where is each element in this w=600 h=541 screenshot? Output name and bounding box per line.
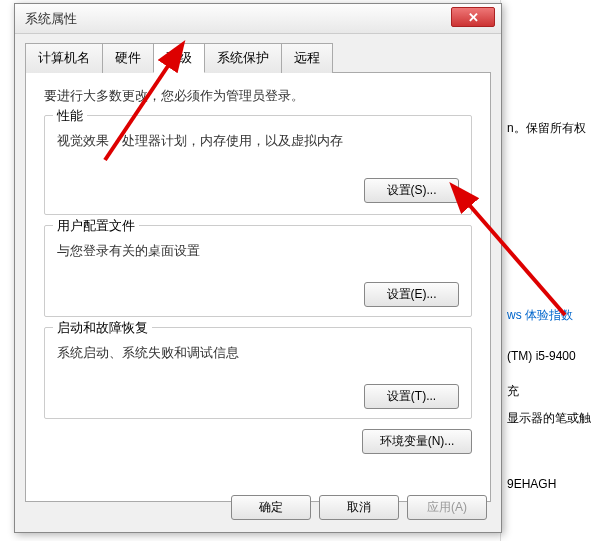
performance-settings-button[interactable]: 设置(S)... — [364, 178, 459, 203]
startup-title: 启动和故障恢复 — [53, 319, 152, 337]
dialog-title: 系统属性 — [25, 10, 77, 28]
cancel-button[interactable]: 取消 — [319, 495, 399, 520]
bg-text4: 显示器的笔或触 — [507, 410, 600, 427]
background-window: n。保留所有权 ws 体验指数 (TM) i5-9400 充 显示器的笔或触 9… — [500, 0, 600, 541]
tab-advanced[interactable]: 高级 — [153, 43, 205, 73]
ok-button[interactable]: 确定 — [231, 495, 311, 520]
performance-title: 性能 — [53, 107, 87, 125]
bg-link-wei[interactable]: ws 体验指数 — [507, 307, 600, 324]
bg-text: n。保留所有权 — [507, 120, 600, 137]
tab-hardware[interactable]: 硬件 — [102, 43, 154, 73]
admin-notice: 要进行大多数更改，您必须作为管理员登录。 — [44, 87, 472, 105]
user-profiles-title: 用户配置文件 — [53, 217, 139, 235]
performance-group: 性能 视觉效果，处理器计划，内存使用，以及虚拟内存 设置(S)... — [44, 115, 472, 215]
close-icon: ✕ — [468, 10, 479, 25]
startup-recovery-group: 启动和故障恢复 系统启动、系统失败和调试信息 设置(T)... — [44, 327, 472, 419]
tab-remote[interactable]: 远程 — [281, 43, 333, 73]
startup-settings-button[interactable]: 设置(T)... — [364, 384, 459, 409]
bg-cpu: (TM) i5-9400 — [507, 349, 600, 363]
system-properties-dialog: 系统属性 ✕ 计算机名 硬件 高级 系统保护 远程 要进行大多数更改，您必须作为… — [14, 3, 502, 533]
advanced-tab-content: 要进行大多数更改，您必须作为管理员登录。 性能 视觉效果，处理器计划，内存使用，… — [25, 72, 491, 502]
bg-text5: 9EHAGH — [507, 477, 600, 491]
apply-button[interactable]: 应用(A) — [407, 495, 487, 520]
user-profiles-desc: 与您登录有关的桌面设置 — [57, 242, 459, 260]
environment-variables-button[interactable]: 环境变量(N)... — [362, 429, 472, 454]
bg-text3: 充 — [507, 383, 600, 400]
tab-system-protection[interactable]: 系统保护 — [204, 43, 282, 73]
user-profiles-group: 用户配置文件 与您登录有关的桌面设置 设置(E)... — [44, 225, 472, 317]
performance-desc: 视觉效果，处理器计划，内存使用，以及虚拟内存 — [57, 132, 459, 150]
tab-computer-name[interactable]: 计算机名 — [25, 43, 103, 73]
tab-strip: 计算机名 硬件 高级 系统保护 远程 — [25, 42, 501, 72]
user-profiles-settings-button[interactable]: 设置(E)... — [364, 282, 459, 307]
env-vars-row: 环境变量(N)... — [44, 429, 472, 454]
close-button[interactable]: ✕ — [451, 7, 495, 27]
startup-desc: 系统启动、系统失败和调试信息 — [57, 344, 459, 362]
titlebar: 系统属性 ✕ — [15, 4, 501, 34]
dialog-footer: 确定 取消 应用(A) — [231, 495, 487, 520]
